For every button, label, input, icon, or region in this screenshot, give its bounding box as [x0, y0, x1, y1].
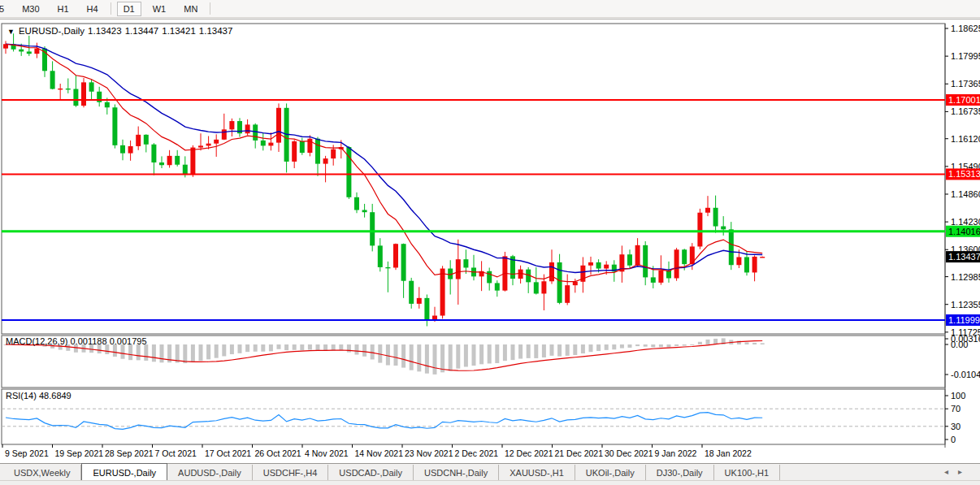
- macd-name: MACD(12,26,9): [6, 336, 67, 346]
- candle: [635, 245, 640, 266]
- candle: [393, 244, 398, 267]
- chart-tab-usdx-weekly[interactable]: USDX,Weekly: [3, 465, 81, 481]
- price-chart-canvas[interactable]: 1.186251.179951.173651.167351.161201.154…: [0, 19, 980, 464]
- price-level-badge-text: 1.14016: [948, 227, 980, 236]
- timeframe-button-m30[interactable]: M30: [15, 2, 46, 16]
- svg-text:1.16120: 1.16120: [951, 134, 980, 144]
- candle: [245, 124, 250, 133]
- candle: [229, 121, 234, 129]
- candle: [300, 141, 305, 153]
- candle: [276, 108, 281, 143]
- tab-scroll-right-icon[interactable]: ▸: [958, 467, 972, 476]
- candle: [541, 281, 546, 293]
- timeframe-button-h1[interactable]: H1: [51, 2, 76, 16]
- candle: [721, 227, 726, 230]
- svg-text:28 Sep 2021: 28 Sep 2021: [105, 448, 154, 458]
- price-level-badge-text: 1.17001: [948, 95, 980, 105]
- candle: [331, 149, 336, 158]
- candle: [456, 259, 461, 279]
- candle: [198, 145, 203, 147]
- candle: [105, 102, 110, 108]
- macd-axis-labels: 0.0031650.00-0.01043: [945, 334, 980, 379]
- svg-text:9 Sep 2021: 9 Sep 2021: [5, 448, 49, 458]
- candle: [159, 162, 164, 165]
- chart-tab-ukoil-daily[interactable]: UKOil-,Daily: [575, 465, 646, 481]
- candle: [292, 141, 297, 162]
- candle: [214, 140, 219, 144]
- chart-title: ▼EURUSD-,Daily1.134231.134471.134211.134…: [7, 26, 236, 36]
- ohlc-open: 1.13423: [88, 26, 122, 36]
- candle: [643, 245, 648, 278]
- date-axis-labels: 9 Sep 202119 Sep 202128 Sep 20217 Oct 20…: [2, 444, 752, 458]
- candle: [760, 257, 765, 258]
- candle: [89, 82, 94, 91]
- candle: [50, 71, 55, 89]
- candle: [487, 271, 492, 284]
- timeframe-toolbar: 5M30H1H4D1W1MN: [0, 0, 980, 18]
- panel-border: [2, 389, 945, 444]
- candle: [604, 265, 609, 269]
- toolbar-separator: [111, 2, 111, 15]
- ma-fast-line: [6, 44, 762, 281]
- chart-tab-uk100-h1[interactable]: UK100-,H1: [714, 465, 780, 481]
- candle: [58, 89, 63, 89]
- candle: [261, 141, 266, 146]
- svg-text:26 Oct 2021: 26 Oct 2021: [255, 448, 301, 458]
- svg-text:18 Jan 2022: 18 Jan 2022: [705, 448, 752, 458]
- chart-tab-usdcnh-daily[interactable]: USDCNH-,Daily: [414, 465, 499, 481]
- svg-text:30: 30: [951, 422, 960, 431]
- chart-symbol-label: EURUSD-,Daily: [19, 26, 85, 36]
- svg-text:17 Oct 2021: 17 Oct 2021: [205, 448, 251, 458]
- tab-scroll-left-icon[interactable]: ◂: [944, 467, 958, 476]
- chart-tab-audusd-daily[interactable]: AUDUSD-,Daily: [167, 465, 253, 481]
- chart-tab-usdcad-daily[interactable]: USDCAD-,Daily: [328, 465, 414, 481]
- candle: [627, 254, 632, 266]
- timeframe-button-5[interactable]: 5: [0, 2, 11, 16]
- candle: [565, 285, 570, 303]
- candle: [206, 144, 211, 146]
- candle: [705, 208, 710, 213]
- chart-tab-xauusd-h1[interactable]: XAUUSD-,H1: [499, 465, 575, 481]
- svg-text:0: 0: [951, 435, 956, 444]
- svg-text:100: 100: [951, 391, 965, 401]
- chart-dropdown-icon[interactable]: ▼: [7, 28, 15, 36]
- timeframe-button-h4[interactable]: H4: [80, 2, 105, 16]
- candle: [573, 282, 578, 285]
- price-level-badge-text: 1.15313: [948, 169, 980, 179]
- chart-tab-eurusd-daily[interactable]: EURUSD-,Daily: [81, 463, 167, 481]
- candle: [167, 156, 172, 165]
- candle: [674, 249, 679, 278]
- candle: [736, 257, 741, 265]
- candle: [315, 139, 320, 164]
- svg-text:1.14230: 1.14230: [951, 217, 980, 227]
- candle: [120, 145, 125, 154]
- timeframe-button-w1[interactable]: W1: [146, 2, 173, 16]
- timeframe-button-mn[interactable]: MN: [177, 2, 204, 16]
- candle: [175, 156, 180, 165]
- candle: [534, 282, 539, 293]
- rsi-value: 48.6849: [39, 391, 72, 401]
- svg-text:1.18625: 1.18625: [951, 24, 980, 33]
- chart-tab-dj30-daily[interactable]: DJ30-,Daily: [646, 465, 714, 481]
- candle: [151, 145, 156, 162]
- svg-text:7 Oct 2021: 7 Oct 2021: [155, 448, 197, 458]
- chart-tab-usdchf-h4[interactable]: USDCHF-,H4: [253, 465, 329, 481]
- svg-text:1.17995: 1.17995: [951, 51, 980, 61]
- status-strip: [0, 480, 980, 485]
- candle: [362, 210, 367, 212]
- svg-text:-0.01043: -0.01043: [951, 370, 980, 379]
- price-level-badge-text: 1.11999: [948, 315, 980, 325]
- svg-text:19 Sep 2021: 19 Sep 2021: [55, 448, 104, 458]
- svg-text:14 Nov 2021: 14 Nov 2021: [355, 448, 404, 458]
- candle: [81, 82, 86, 106]
- candle: [401, 244, 406, 281]
- svg-text:1.16735: 1.16735: [951, 106, 980, 116]
- candle: [222, 129, 227, 139]
- candle: [463, 259, 468, 267]
- macd-signal-value: 0.001795: [110, 336, 147, 346]
- candle: [588, 262, 593, 266]
- candle: [596, 262, 601, 269]
- candle: [354, 197, 359, 210]
- candle: [323, 158, 328, 164]
- timeframe-button-d1[interactable]: D1: [117, 2, 141, 16]
